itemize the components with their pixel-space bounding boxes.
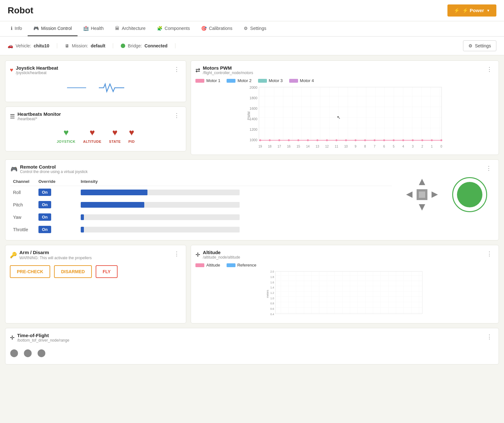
power-button[interactable]: ⚡ ⚡ Power ▼ <box>447 4 496 17</box>
monitor-icon: ☰ <box>10 113 15 120</box>
joystick-control[interactable] <box>452 177 487 212</box>
altitude-more-button[interactable]: ⋮ <box>485 250 494 258</box>
svg-point-14 <box>307 139 309 141</box>
table-row: Pitch On <box>10 198 392 211</box>
hb-altitude: ♥ ALTITUDE <box>83 128 102 143</box>
tof-icon-3: ⬤ <box>37 348 46 357</box>
disarmed-button[interactable]: DISARMED <box>54 265 92 278</box>
svg-text:16: 16 <box>287 145 291 148</box>
pitch-on-button[interactable]: On <box>38 201 51 208</box>
fly-button[interactable]: FLY <box>96 265 118 278</box>
dpad-right-arrow <box>432 191 438 198</box>
motors-title: Motors PWM <box>203 65 253 71</box>
svg-text:8: 8 <box>364 145 366 148</box>
gamepad-icon: 🎮 <box>10 166 17 173</box>
motor3-label: Motor 3 <box>269 78 283 83</box>
motors-subtitle: /flight_controller_node/motors <box>203 71 253 75</box>
roll-on-button[interactable]: On <box>38 189 51 196</box>
arm-more-button[interactable]: ⋮ <box>172 250 181 258</box>
svg-rect-0 <box>259 87 442 140</box>
dpad <box>405 177 439 212</box>
motor2-color <box>227 79 235 83</box>
altitude-header: ✛ Altitude /altitude_node/altitude ⋮ <box>195 250 494 260</box>
svg-text:1.8: 1.8 <box>270 275 274 279</box>
table-row: Yaw On <box>10 211 392 223</box>
svg-point-16 <box>326 139 328 141</box>
svg-text:2000: 2000 <box>250 86 257 89</box>
motors-chart-svg: 2000 1800 1600 1400 1200 1000 PWM <box>195 86 494 149</box>
svg-point-18 <box>345 139 347 141</box>
arm-title: Arm / Disarm <box>19 250 92 255</box>
altitude-legend-label: Altitude <box>206 263 220 267</box>
tab-settings[interactable]: ⚙ Settings <box>238 21 272 36</box>
altitude-title: Altitude <box>203 250 240 255</box>
svg-text:17: 17 <box>278 145 282 148</box>
tab-mission-control[interactable]: 🎮 Mission Control <box>28 21 77 36</box>
svg-text:1800: 1800 <box>250 96 257 100</box>
svg-text:3: 3 <box>412 145 414 148</box>
svg-text:13: 13 <box>316 145 320 148</box>
svg-text:1.2: 1.2 <box>270 291 274 295</box>
channel-yaw: Yaw <box>10 211 36 223</box>
tab-health[interactable]: 🏥 Health <box>78 21 109 36</box>
top-bar: Robot ⚡ ⚡ Power ▼ <box>0 0 504 21</box>
heartbeats-more-button[interactable]: ⋮ <box>172 111 181 120</box>
tof-header: ✛ Time-of-Flight /bottom_tof_driver_node… <box>10 333 494 343</box>
intensity-throttle <box>78 223 392 236</box>
svg-text:1.4: 1.4 <box>270 286 274 289</box>
svg-text:1400: 1400 <box>250 117 257 121</box>
arm-header: 🔑 Arm / Disarm WARNING: This will activa… <box>10 250 181 260</box>
altitude-card: ✛ Altitude /altitude_node/altitude ⋮ Alt… <box>191 245 499 323</box>
app-title: Robot <box>8 5 33 16</box>
motors-more-button[interactable]: ⋮ <box>485 65 494 73</box>
tof-more-button[interactable]: ⋮ <box>485 333 494 341</box>
yaw-on-button[interactable]: On <box>38 213 51 221</box>
dpad-down-arrow <box>419 204 425 211</box>
override-yaw: On <box>36 211 78 223</box>
dpad-center-inner <box>419 191 425 198</box>
tof-title-row: ✛ Time-of-Flight /bottom_tof_driver_node… <box>10 333 69 343</box>
power-icon: ⚡ <box>454 8 460 13</box>
tab-info[interactable]: ℹ Info <box>5 21 28 36</box>
tab-architecture[interactable]: 🏛 Architecture <box>109 21 151 36</box>
rc-more-button[interactable]: ⋮ <box>484 164 494 172</box>
connected-indicator <box>121 44 125 48</box>
components-icon: 🧩 <box>157 26 162 31</box>
motors-title-row: ⇄ Motors PWM /flight_controller_node/mot… <box>195 65 253 75</box>
dpad-svg <box>405 177 439 212</box>
settings-button[interactable]: ⚙ Settings <box>463 40 496 51</box>
precheck-button[interactable]: PRE-CHECK <box>10 265 50 278</box>
throttle-bar-bg <box>81 227 240 232</box>
svg-text:1: 1 <box>431 145 433 148</box>
svg-point-23 <box>393 139 395 141</box>
svg-point-20 <box>364 139 366 141</box>
settings-btn-label: Settings <box>475 43 491 48</box>
rc-subtitle: Control the drone using a virtual joysti… <box>20 170 88 174</box>
tab-settings-label: Settings <box>250 26 266 31</box>
tab-calibrations[interactable]: 🎯 Calibrations <box>195 21 238 36</box>
heart-icon: ♥ <box>10 67 13 73</box>
svg-text:↖: ↖ <box>337 115 341 120</box>
channel-throttle: Throttle <box>10 223 36 236</box>
legend-reference: Reference <box>227 263 256 267</box>
joystick-heartbeat-card: ♥ Joystick Heartbeat /joystick/heartbeat… <box>5 60 186 102</box>
dpad-left-arrow <box>406 191 412 198</box>
altitude-subtitle: /altitude_node/altitude <box>203 255 240 260</box>
mission-label: Mission: <box>72 43 88 48</box>
override-pitch: On <box>36 198 78 211</box>
vehicle-value: chitu10 <box>34 43 49 48</box>
tof-title: Time-of-Flight <box>17 333 69 338</box>
joystick-more-button[interactable]: ⋮ <box>172 65 181 73</box>
channel-pitch: Pitch <box>10 198 36 211</box>
tab-components[interactable]: 🧩 Components <box>151 21 195 36</box>
altitude-chart: 2.0 1.8 1.6 1.4 1.2 1.0 0.8 0.6 0.4 mete… <box>195 270 494 319</box>
bridge-label: Bridge: <box>128 43 142 48</box>
heartbeats-subtitle: /heartbeat/* <box>17 117 61 121</box>
throttle-on-button[interactable]: On <box>38 226 51 233</box>
hb-pid-label: PID <box>128 140 135 143</box>
state-heart-icon: ♥ <box>112 128 118 138</box>
svg-text:7: 7 <box>374 145 376 148</box>
col-channel: Channel <box>10 177 36 186</box>
info-icon: ℹ <box>11 26 12 31</box>
altitude-heart-icon: ♥ <box>90 128 95 138</box>
